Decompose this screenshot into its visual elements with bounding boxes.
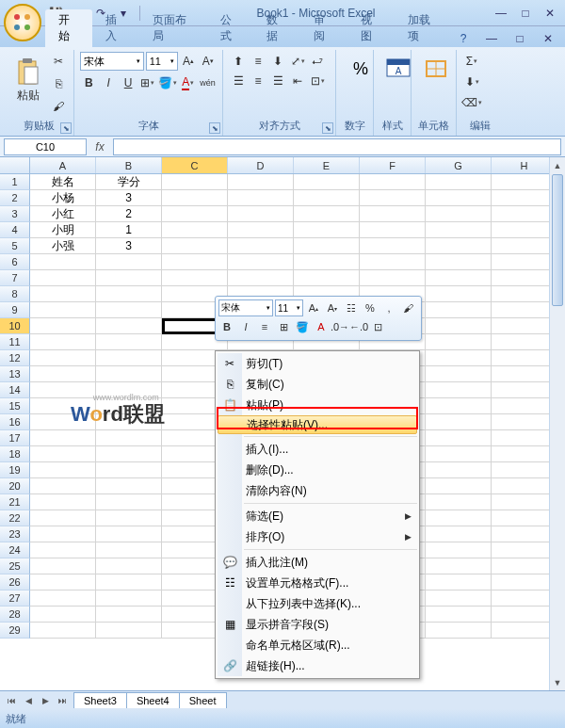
col-header[interactable]: C: [162, 157, 228, 173]
cell[interactable]: [294, 222, 360, 238]
mini-percent-icon[interactable]: %: [362, 299, 379, 316]
cell[interactable]: [294, 174, 360, 190]
cell[interactable]: [228, 190, 294, 206]
cell[interactable]: [96, 286, 162, 302]
cell[interactable]: [30, 414, 96, 430]
cell[interactable]: [96, 558, 162, 574]
select-all-corner[interactable]: [0, 157, 30, 173]
cell[interactable]: [492, 270, 557, 286]
clear-icon[interactable]: ⌫: [462, 93, 481, 112]
cell[interactable]: [360, 238, 426, 254]
cell[interactable]: [426, 607, 492, 623]
cell[interactable]: [30, 446, 96, 462]
cell[interactable]: [426, 478, 492, 494]
cell[interactable]: [96, 334, 162, 350]
context-menu-item[interactable]: ⎘复制(C): [218, 374, 417, 395]
ribbon-close-icon[interactable]: ✕: [537, 30, 559, 47]
cells-format-icon[interactable]: [417, 52, 455, 86]
cell[interactable]: [30, 574, 96, 590]
context-menu-item[interactable]: 从下拉列表中选择(K)...: [218, 593, 417, 614]
cell[interactable]: [162, 254, 228, 270]
context-menu-item[interactable]: ✂剪切(T): [218, 353, 417, 374]
cell[interactable]: [96, 542, 162, 558]
cell[interactable]: [426, 542, 492, 558]
mini-dec-dec-icon[interactable]: ←.0: [350, 318, 367, 335]
cell[interactable]: [162, 270, 228, 286]
tab-home[interactable]: 开始: [45, 9, 92, 47]
row-header[interactable]: 4: [0, 222, 30, 238]
row-header[interactable]: 13: [0, 366, 30, 382]
row-header[interactable]: 18: [0, 446, 30, 462]
cell[interactable]: [492, 382, 557, 398]
mini-merge-icon[interactable]: ⊡: [369, 318, 386, 335]
col-header[interactable]: E: [294, 157, 360, 173]
sheet-tab[interactable]: Sheet4: [126, 692, 180, 708]
row-header[interactable]: 29: [0, 623, 30, 639]
cell[interactable]: [30, 542, 96, 558]
cut-icon[interactable]: ✂: [49, 52, 68, 71]
cell[interactable]: [30, 494, 96, 510]
bold-icon[interactable]: B: [80, 73, 98, 92]
cell[interactable]: [228, 238, 294, 254]
cell[interactable]: [492, 478, 557, 494]
cell[interactable]: [492, 190, 557, 206]
cell[interactable]: [30, 334, 96, 350]
dialog-launcher-icon[interactable]: ⬊: [60, 122, 72, 134]
cell[interactable]: [30, 462, 96, 478]
cell[interactable]: [426, 526, 492, 542]
cell[interactable]: [30, 366, 96, 382]
cell[interactable]: [96, 526, 162, 542]
cell[interactable]: [30, 478, 96, 494]
cell[interactable]: [492, 590, 557, 607]
cell[interactable]: [360, 206, 426, 222]
tab-data[interactable]: 数据: [253, 9, 300, 47]
wrap-text-icon[interactable]: ⮐: [308, 52, 327, 71]
cell[interactable]: 小红: [30, 206, 96, 222]
cell[interactable]: [30, 623, 96, 639]
cell[interactable]: [96, 623, 162, 639]
cell[interactable]: [426, 430, 492, 446]
font-name-select[interactable]: 宋体▾: [80, 52, 144, 71]
align-right-icon[interactable]: ☰: [268, 72, 287, 90]
cell[interactable]: [294, 270, 360, 286]
cell[interactable]: 1: [96, 222, 162, 238]
autosum-icon[interactable]: Σ: [462, 52, 481, 71]
cell[interactable]: [30, 590, 96, 607]
cell[interactable]: [492, 430, 557, 446]
orientation-icon[interactable]: ⤢: [288, 52, 307, 71]
italic-icon[interactable]: I: [100, 73, 118, 92]
cell[interactable]: [426, 623, 492, 639]
cell[interactable]: [426, 238, 492, 254]
sheet-tab[interactable]: Sheet: [179, 692, 227, 708]
merge-icon[interactable]: ⊡: [308, 72, 327, 90]
copy-icon[interactable]: ⎘: [49, 74, 68, 93]
cell[interactable]: [492, 366, 557, 382]
font-size-select[interactable]: 11▾: [146, 52, 178, 71]
cell[interactable]: [360, 190, 426, 206]
row-header[interactable]: 25: [0, 558, 30, 574]
row-header[interactable]: 15: [0, 398, 30, 414]
cell[interactable]: [492, 206, 557, 222]
ribbon-minimize-icon[interactable]: —: [480, 30, 503, 47]
cell[interactable]: [96, 494, 162, 510]
row-header[interactable]: 7: [0, 270, 30, 286]
mini-comma-icon[interactable]: ,: [380, 299, 397, 316]
fx-icon[interactable]: fx: [90, 140, 109, 154]
cell[interactable]: [96, 254, 162, 270]
cell[interactable]: 3: [96, 190, 162, 206]
mini-italic-icon[interactable]: I: [237, 318, 254, 335]
cell[interactable]: [492, 510, 557, 526]
border-icon[interactable]: ⊞: [138, 73, 156, 92]
cell[interactable]: 小明: [30, 222, 96, 238]
cell[interactable]: [492, 414, 557, 430]
cell[interactable]: [426, 398, 492, 414]
cell[interactable]: [492, 446, 557, 462]
tab-insert[interactable]: 插入: [92, 9, 139, 47]
cell[interactable]: [492, 174, 557, 190]
context-menu-item[interactable]: 插入(I)...: [218, 439, 417, 460]
cell[interactable]: [162, 222, 228, 238]
cell[interactable]: [492, 254, 557, 270]
cell[interactable]: [96, 350, 162, 366]
cell[interactable]: [30, 318, 96, 334]
row-header[interactable]: 24: [0, 542, 30, 558]
